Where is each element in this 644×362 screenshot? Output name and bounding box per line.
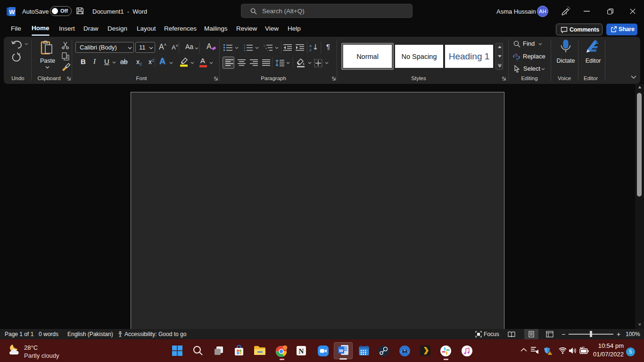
svg-text:1: 1 [264,44,265,47]
svg-text:W: W [9,8,15,16]
svg-text:3: 3 [244,49,245,52]
svg-text:Z: Z [309,48,312,52]
svg-text:A: A [309,44,312,48]
svg-text:W: W [339,348,343,353]
svg-text:i: i [267,49,268,52]
svg-text:N: N [299,347,304,355]
